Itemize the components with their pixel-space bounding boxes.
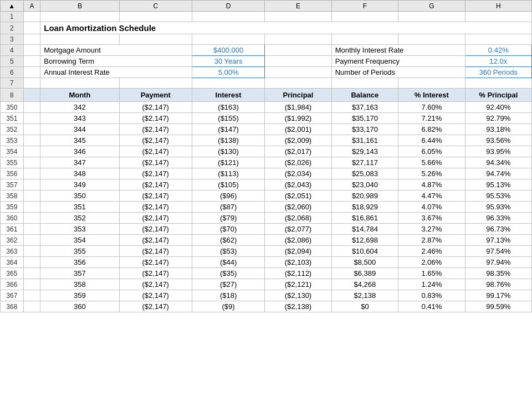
cell-principal: ($2,112): [265, 268, 331, 279]
row-num-cell: 367: [1, 290, 24, 301]
row-num-cell: 356: [1, 168, 24, 179]
cell-payment: ($2,147): [119, 268, 192, 279]
cell-a7: [23, 78, 40, 89]
spreadsheet-title: Loan Amortization Schedule: [40, 22, 532, 34]
cell-pct-interest: 3.67%: [398, 213, 465, 224]
row-num-cell: 363: [1, 246, 24, 257]
cell-pct-principal: 92.40%: [465, 102, 531, 113]
cell-interest: ($138): [192, 135, 264, 146]
num-periods-value[interactable]: 360 Periods: [465, 67, 531, 78]
cell-pct-interest: 6.44%: [398, 135, 465, 146]
col-header-b[interactable]: B: [40, 1, 119, 12]
cell-principal: ($2,001): [265, 124, 331, 135]
row-num-cell: 352: [1, 124, 24, 135]
cell-interest: ($96): [192, 191, 264, 202]
cell-pct-principal: 98.35%: [465, 268, 531, 279]
cell-pct-principal: 94.74%: [465, 168, 531, 179]
annual-rate-value[interactable]: 5.00%: [192, 67, 264, 78]
cell-h3: [465, 34, 531, 45]
cell-pct-principal: 93.18%: [465, 124, 531, 135]
row-num-cell: 366: [1, 279, 24, 290]
cell-balance: $8,500: [331, 257, 398, 268]
table-row: 364356($2,147)($44)($2,103)$8,5002.06%97…: [1, 257, 532, 268]
row-num-cell: 364: [1, 257, 24, 268]
cell-balance: $27,117: [331, 157, 398, 168]
payment-freq-label: Payment Frequency: [331, 56, 465, 67]
cell-interest: ($70): [192, 224, 264, 235]
table-row: 356348($2,147)($113)($2,034)$25,0835.26%…: [1, 168, 532, 179]
cell-payment: ($2,147): [119, 102, 192, 113]
cell-pct-interest: 2.06%: [398, 257, 465, 268]
cell-principal: ($2,060): [265, 202, 331, 213]
col-header-h[interactable]: H: [465, 1, 531, 12]
cell-interest: ($62): [192, 235, 264, 246]
col-header-interest: Interest: [192, 89, 264, 102]
cell-month: 345: [40, 135, 119, 146]
monthly-rate-value[interactable]: 0.42%: [465, 45, 531, 56]
cell-a: [23, 202, 40, 213]
corner-cell: ▲: [1, 1, 24, 12]
cell-balance: $18,929: [331, 202, 398, 213]
cell-pct-interest: 4.47%: [398, 191, 465, 202]
cell-month: 352: [40, 213, 119, 224]
cell-month: 346: [40, 146, 119, 157]
payment-freq-value[interactable]: 12.0x: [465, 56, 531, 67]
cell-month: 358: [40, 279, 119, 290]
cell-pct-principal: 99.59%: [465, 301, 531, 312]
table-row: 354346($2,147)($130)($2,017)$29,1436.05%…: [1, 146, 532, 157]
col-header-e[interactable]: E: [265, 1, 331, 12]
col-header-c[interactable]: C: [119, 1, 192, 12]
table-row: 353345($2,147)($138)($2,009)$31,1616.44%…: [1, 135, 532, 146]
cell-a: [23, 257, 40, 268]
cell-principal: ($2,017): [265, 146, 331, 157]
cell-payment: ($2,147): [119, 246, 192, 257]
row-num-4: 4: [1, 45, 24, 56]
cell-a2: [23, 22, 40, 34]
cell-pct-principal: 92.79%: [465, 113, 531, 124]
col-header-d[interactable]: D: [192, 1, 264, 12]
cell-balance: $33,170: [331, 124, 398, 135]
row-num-cell: 358: [1, 191, 24, 202]
row-num-8: 8: [1, 89, 24, 102]
cell-b1: [40, 12, 119, 22]
cell-month: 350: [40, 191, 119, 202]
cell-month: 347: [40, 157, 119, 168]
cell-balance: $31,161: [331, 135, 398, 146]
cell-interest: ($27): [192, 279, 264, 290]
col-header-f[interactable]: F: [331, 1, 398, 12]
row-num-1: 1: [1, 12, 24, 22]
cell-a: [23, 168, 40, 179]
cell-pct-interest: 0.41%: [398, 301, 465, 312]
cell-e5: [265, 56, 331, 67]
cell-h7: [465, 78, 531, 89]
cell-pct-interest: 6.82%: [398, 124, 465, 135]
cell-h1: [465, 12, 531, 22]
cell-a: [23, 301, 40, 312]
cell-a: [23, 290, 40, 301]
cell-pct-principal: 97.94%: [465, 257, 531, 268]
cell-month: 344: [40, 124, 119, 135]
col-header-a[interactable]: A: [23, 1, 40, 12]
cell-e7: [265, 78, 331, 89]
table-row: 366358($2,147)($27)($2,121)$4,2681.24%98…: [1, 279, 532, 290]
row-5: 5 Borrowing Term 30 Years Payment Freque…: [1, 56, 532, 67]
cell-interest: ($163): [192, 102, 264, 113]
cell-a: [23, 102, 40, 113]
cell-month: 343: [40, 113, 119, 124]
cell-principal: ($2,077): [265, 224, 331, 235]
cell-a6: [23, 67, 40, 78]
table-row: 367359($2,147)($18)($2,130)$2,1380.83%99…: [1, 290, 532, 301]
cell-interest: ($87): [192, 202, 264, 213]
row-4: 4 Mortgage Amount $400,000 Monthly Inter…: [1, 45, 532, 56]
mortgage-amount-value[interactable]: $400,000: [192, 45, 264, 56]
spreadsheet: ▲ A B C D E F G H 1 2 Loan Amortiza: [0, 0, 532, 312]
cell-balance: $12,698: [331, 235, 398, 246]
cell-f7: [331, 78, 398, 89]
cell-principal: ($2,051): [265, 191, 331, 202]
cell-a: [23, 268, 40, 279]
cell-balance: $10,604: [331, 246, 398, 257]
cell-a: [23, 146, 40, 157]
borrowing-term-value[interactable]: 30 Years: [192, 56, 264, 67]
col-header-g[interactable]: G: [398, 1, 465, 12]
cell-a4: [23, 45, 40, 56]
